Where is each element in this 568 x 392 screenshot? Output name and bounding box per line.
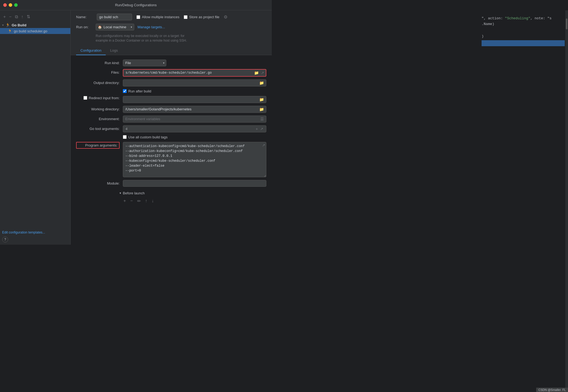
sort-button[interactable]: ⇅ — [26, 14, 31, 20]
redirect-input-label-group: Redirect input from: — [76, 96, 120, 100]
chevron-down-icon: ▾ — [2, 23, 4, 27]
run-on-row: Run on: 🏠 Local machine ▾ Manage targets… — [76, 24, 266, 33]
program-args-label: Program arguments: — [76, 142, 120, 149]
gear-icon[interactable]: ⚙ — [224, 14, 227, 20]
sidebar-item-scheduler[interactable]: 🏃 go build scheduler.go — [0, 28, 70, 34]
minimize-button[interactable] — [9, 3, 12, 7]
run-after-build-control: Run after build — [123, 89, 266, 93]
go-tool-args-control: + ↗ — [123, 125, 266, 132]
program-args-textarea[interactable]: --authentication-kubeconfig=cmd/kube-sch… — [123, 142, 266, 177]
before-launch-down-button[interactable]: ↓ — [151, 198, 155, 204]
files-browse-button[interactable]: 📁 — [254, 70, 259, 76]
module-input[interactable] — [123, 180, 266, 187]
run-on-select[interactable]: Local machine — [96, 24, 134, 30]
chevron-down-icon[interactable]: ▾ — [120, 191, 121, 195]
dialog-title: Run/Debug Configurations — [115, 3, 157, 7]
working-dir-input-wrapper: 📁 — [123, 106, 266, 113]
custom-tags-row: Use all custom build tags — [76, 135, 266, 139]
before-launch-edit-button[interactable]: ✏ — [136, 198, 142, 204]
run-kind-label: Run kind: — [76, 60, 120, 65]
output-dir-input[interactable] — [125, 81, 258, 85]
go-tool-args-input-wrapper: + ↗ — [123, 125, 266, 132]
help-button[interactable]: ? — [2, 237, 8, 242]
add-config-button[interactable]: + — [2, 14, 7, 20]
before-launch-remove-button[interactable]: − — [129, 198, 134, 204]
run-after-build-row: Run after build — [76, 89, 266, 93]
info-text: Run configurations may be executed local… — [76, 33, 266, 46]
working-dir-label: Working directory: — [76, 106, 120, 111]
run-on-select-wrapper: 🏠 Local machine ▾ — [96, 24, 134, 30]
name-row: Name: Allow multiple instances Store as … — [76, 14, 266, 24]
run-after-build-checkbox[interactable] — [123, 89, 127, 93]
close-button[interactable] — [3, 3, 7, 7]
module-row: Module: — [76, 180, 266, 187]
files-input[interactable] — [124, 70, 252, 76]
sidebar-item-go-build-parent[interactable]: ▾ 🏃 Go Build — [0, 22, 70, 28]
sidebar-toolbar: + − ⧉ ↑ ⇅ — [0, 13, 70, 22]
move-up-button[interactable]: ↑ — [20, 14, 24, 20]
allow-multiple-checkbox[interactable] — [136, 15, 140, 19]
module-label: Module: — [76, 180, 120, 185]
redirect-input-label: Redirect input from: — [89, 96, 120, 100]
output-dir-control: 📁 — [123, 79, 266, 86]
output-dir-label: Output directory: — [76, 79, 120, 85]
redirect-input-field[interactable] — [125, 97, 258, 101]
files-row: Files: 📁 ↗ — [76, 69, 266, 77]
tab-configuration[interactable]: Configuration — [76, 46, 106, 55]
titlebar: Run/Debug Configurations — [0, 0, 272, 10]
before-launch-section: ▾ Before launch + − ✏ ↑ ↓ — [76, 189, 266, 205]
before-launch-up-button[interactable]: ↑ — [144, 198, 148, 204]
environment-row: Environment: ☰ — [76, 116, 266, 123]
before-launch-header: ▾ Before launch — [76, 189, 266, 197]
working-dir-input[interactable] — [125, 107, 258, 111]
tab-logs[interactable]: Logs — [106, 46, 122, 55]
before-launch-add-button[interactable]: + — [122, 198, 127, 204]
sidebar-item-scheduler-label: go build scheduler.go — [14, 29, 47, 33]
custom-tags-group: Use all custom build tags — [123, 135, 168, 139]
name-field-label: Name: — [76, 15, 92, 19]
maximize-button[interactable] — [14, 3, 18, 7]
environment-edit-button[interactable]: ☰ — [260, 117, 264, 121]
store-as-project-group: Store as project file — [184, 15, 219, 19]
run-after-build-label: Run after build — [128, 89, 151, 93]
custom-tags-checkbox[interactable] — [123, 135, 127, 139]
sidebar-item-go-build-label: Go Build — [12, 23, 26, 27]
redirect-input-browse-button[interactable]: 📁 — [259, 97, 264, 102]
tabs: Configuration Logs — [71, 46, 272, 55]
dialog-header: Name: Allow multiple instances Store as … — [71, 10, 272, 46]
run-kind-select[interactable]: File Package Directory — [123, 60, 166, 66]
program-args-row: Program arguments: --authentication-kube… — [76, 142, 266, 177]
store-as-project-checkbox[interactable] — [184, 15, 188, 19]
redirect-input-checkbox[interactable] — [83, 96, 87, 100]
redirect-input-control: 📁 — [123, 96, 266, 103]
run-kind-row: Run kind: File Package Directory ▾ — [76, 60, 266, 66]
edit-templates-link[interactable]: Edit configuration templates... — [2, 231, 45, 234]
right-panel: Name: Allow multiple instances Store as … — [71, 10, 272, 245]
manage-targets-link[interactable]: Manage targets... — [138, 25, 165, 29]
allow-multiple-group: Allow multiple instances — [136, 15, 179, 19]
custom-tags-control: Use all custom build tags — [123, 135, 266, 139]
run-on-label: Run on: — [76, 25, 92, 29]
output-dir-browse-button[interactable]: 📁 — [259, 81, 264, 85]
working-dir-browse-button[interactable]: 📁 — [259, 107, 264, 111]
environment-input[interactable] — [125, 117, 259, 121]
redirect-input-wrapper: 📁 — [123, 96, 266, 103]
name-input[interactable] — [97, 14, 132, 20]
go-tool-args-input[interactable] — [125, 127, 254, 131]
run-kind-select-wrapper: File Package Directory ▾ — [123, 60, 166, 66]
window-controls — [3, 3, 18, 7]
before-launch-toolbar: + − ✏ ↑ ↓ — [76, 197, 266, 205]
sidebar: + − ⧉ ↑ ⇅ ▾ 🏃 Go Build 🏃 go build schedu… — [0, 10, 71, 245]
expand-program-args-button[interactable]: ↗ — [262, 143, 265, 147]
before-launch-label: Before launch — [123, 191, 145, 195]
redirect-input-row: Redirect input from: 📁 — [76, 96, 266, 103]
expand-go-tool-args-button[interactable]: ↗ — [260, 127, 264, 131]
files-label: Files: — [76, 69, 120, 74]
main-layout: + − ⧉ ↑ ⇅ ▾ 🏃 Go Build 🏃 go build schedu… — [0, 10, 272, 245]
remove-config-button[interactable]: − — [8, 14, 13, 20]
copy-config-button[interactable]: ⧉ — [14, 14, 19, 20]
files-expand-button[interactable]: ↗ — [260, 70, 265, 76]
add-go-tool-arg-button[interactable]: + — [255, 127, 258, 131]
go-build-icon: 🏃 — [5, 23, 10, 27]
module-control — [123, 180, 266, 187]
